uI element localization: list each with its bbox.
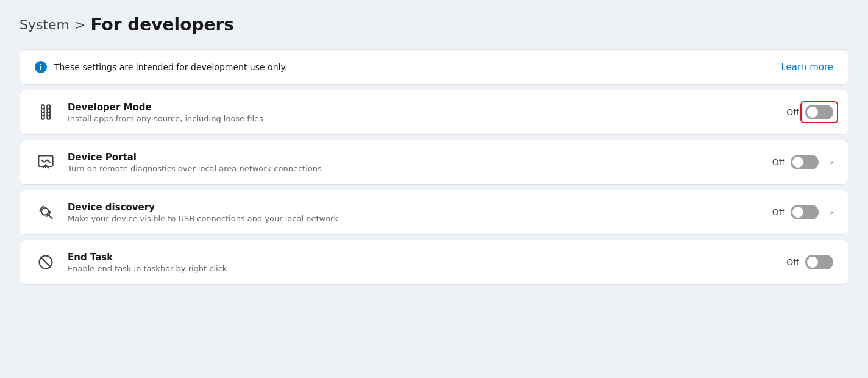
device-portal-left: Device Portal Turn on remote diagnostics… [35,151,322,173]
device-discovery-description: Make your device visible to USB connecti… [68,214,338,223]
page-title: For developers [90,15,233,35]
device-discovery-title: Device discovery [68,202,338,213]
breadcrumb-separator: > [74,17,85,32]
device-portal-right: Off › [772,155,833,169]
device-portal-card: Device Portal Turn on remote diagnostics… [20,140,848,185]
developer-mode-slider [805,105,833,119]
developer-mode-icon [35,101,57,123]
device-discovery-left: Device discovery Make your device visibl… [35,201,338,223]
developer-mode-card: Developer Mode Install apps from any sou… [20,90,848,135]
end-task-description: Enable end task in taskbar by right clic… [68,264,227,273]
svg-line-5 [49,215,52,219]
developer-mode-toggle[interactable] [805,105,833,119]
developer-mode-title: Developer Mode [68,102,263,113]
developer-mode-right: Off [786,105,833,119]
device-portal-description: Turn on remote diagnostics over local ar… [68,164,322,173]
developer-mode-description: Install apps from any source, including … [68,114,263,123]
device-discovery-toggle[interactable] [791,205,819,219]
device-portal-slider [791,155,819,169]
device-discovery-icon [35,201,57,223]
device-discovery-slider [791,205,819,219]
end-task-slider [805,255,833,269]
developer-mode-toggle-wrapper [805,105,833,119]
device-portal-icon [35,151,57,173]
end-task-status: Off [786,257,799,267]
device-portal-info: Device Portal Turn on remote diagnostics… [68,152,322,173]
device-portal-toggle[interactable] [791,155,819,169]
info-banner-text: These settings are intended for developm… [54,62,287,72]
info-banner-left: i These settings are intended for develo… [35,61,287,73]
device-discovery-chevron[interactable]: › [830,207,833,217]
end-task-info: End Task Enable end task in taskbar by r… [68,252,227,273]
end-task-title: End Task [68,252,227,263]
info-banner: i These settings are intended for develo… [20,49,848,85]
developer-mode-status: Off [786,107,799,117]
developer-mode-info: Developer Mode Install apps from any sou… [68,102,263,123]
end-task-left: End Task Enable end task in taskbar by r… [35,251,227,273]
end-task-card: End Task Enable end task in taskbar by r… [20,240,848,285]
device-discovery-right: Off › [772,205,833,219]
svg-point-4 [41,208,49,215]
learn-more-link[interactable]: Learn more [781,62,833,73]
device-discovery-status: Off [772,207,785,217]
breadcrumb-parent[interactable]: System [20,17,69,32]
device-discovery-card: Device discovery Make your device visibl… [20,190,848,235]
end-task-icon [35,251,57,273]
developer-mode-left: Developer Mode Install apps from any sou… [35,101,263,123]
device-portal-title: Device Portal [68,152,322,163]
svg-line-7 [41,257,51,267]
end-task-right: Off [786,255,833,269]
breadcrumb: System > For developers [20,15,848,35]
device-discovery-info: Device discovery Make your device visibl… [68,202,338,223]
end-task-toggle[interactable] [805,255,833,269]
device-portal-chevron[interactable]: › [830,157,833,167]
device-portal-status: Off [772,157,785,167]
info-icon: i [35,61,47,73]
